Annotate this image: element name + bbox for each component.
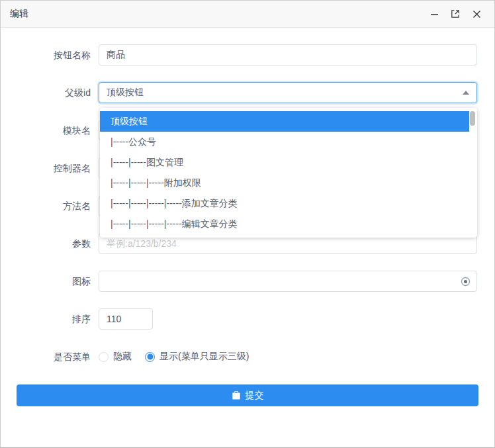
field-sort: 排序	[1, 308, 494, 330]
dialog-title: 编辑	[10, 8, 28, 20]
dropdown-option[interactable]: 顶级按钮	[100, 111, 469, 132]
is-menu-label: 是否菜单	[1, 346, 99, 367]
field-icon: 图标	[1, 271, 494, 292]
submit-button-label: 提交	[246, 390, 264, 402]
module-name-label: 模块名	[1, 120, 99, 141]
window-controls	[428, 8, 482, 20]
dropdown-option[interactable]: |-----|-----|-----|-----添加文章分类	[100, 193, 469, 214]
field-is-menu: 是否菜单 隐藏 显示(菜单只显示三级)	[1, 346, 494, 367]
radio-button-on-icon[interactable]	[460, 276, 471, 287]
dropdown-option[interactable]: |-----|-----图文管理	[100, 152, 469, 173]
field-button-name: 按钮名称	[1, 44, 494, 66]
dropdown-option[interactable]: |-----|-----|-----|-----编辑文章分类	[100, 214, 469, 234]
radio-hide[interactable]: 隐藏	[99, 351, 132, 363]
icon-label: 图标	[1, 271, 99, 292]
params-label: 参数	[1, 233, 99, 254]
field-parent-id: 父级id 顶级按钮	[1, 82, 494, 103]
minimize-icon[interactable]	[428, 8, 440, 20]
close-icon[interactable]	[471, 8, 482, 20]
maximize-icon[interactable]	[449, 8, 461, 20]
controller-name-label: 控制器名	[1, 157, 99, 179]
dropdown-option[interactable]: |-----公众号	[100, 132, 469, 152]
titlebar: 编辑	[1, 1, 494, 28]
radio-off-icon	[99, 352, 109, 362]
parent-id-dropdown: 顶级按钮 |-----公众号 |-----|-----图文管理 |-----|-…	[100, 108, 477, 238]
button-name-label: 按钮名称	[1, 44, 99, 66]
chevron-up-icon	[463, 91, 469, 95]
sort-label: 排序	[1, 308, 99, 330]
clipboard-icon	[232, 390, 241, 400]
submit-button[interactable]: 提交	[17, 384, 478, 406]
edit-dialog: 编辑 按钮名称	[0, 0, 495, 448]
parent-id-selected-value: 顶级按钮	[107, 87, 144, 99]
icon-input[interactable]	[99, 271, 477, 292]
sort-input[interactable]	[99, 308, 153, 330]
dropdown-option[interactable]: |-----|-----|-----附加权限	[100, 173, 469, 193]
parent-id-label: 父级id	[1, 82, 99, 103]
method-name-label: 方法名	[1, 195, 99, 216]
radio-show[interactable]: 显示(菜单只显示三级)	[145, 351, 249, 363]
button-name-input[interactable]	[99, 44, 477, 66]
radio-on-icon	[145, 352, 155, 362]
is-menu-radio-group: 隐藏 显示(菜单只显示三级)	[99, 346, 477, 367]
dropdown-scrollbar-thumb[interactable]	[470, 111, 475, 126]
parent-id-select[interactable]: 顶级按钮	[99, 82, 477, 103]
